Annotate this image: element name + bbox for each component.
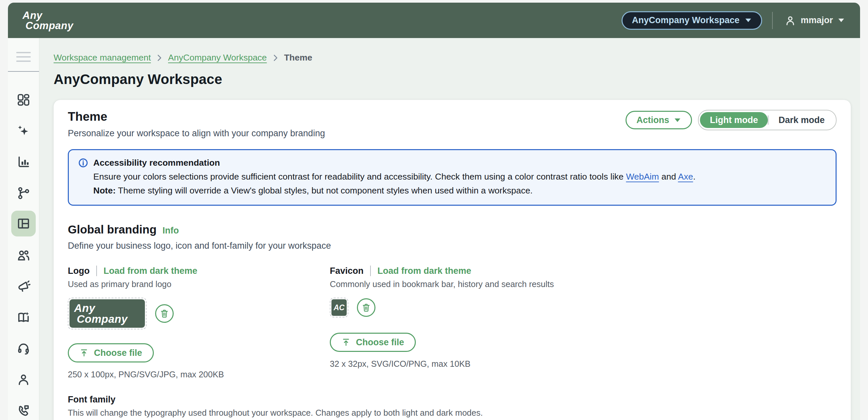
font-family-section: Font family This will change the typogra… (68, 394, 837, 420)
users-icon (17, 248, 30, 262)
actions-label: Actions (637, 115, 669, 125)
logo-label: Logo (68, 266, 90, 276)
banner-note-text: Theme styling will override a View's glo… (116, 186, 533, 195)
breadcrumb-separator-icon (156, 54, 163, 62)
theme-card: Theme Personalize your workspace to alig… (54, 100, 851, 420)
global-branding-subtitle: Define your business logo, icon and font… (68, 241, 837, 251)
banner-note-label: Note: (93, 186, 116, 195)
chevron-down-icon (674, 118, 681, 123)
breadcrumb: Workspace management AnyCompany Workspac… (54, 53, 860, 63)
info-icon (78, 158, 88, 168)
company-logo[interactable]: Any Company (23, 10, 73, 31)
accessibility-banner: Accessibility recommendation Ensure your… (68, 149, 837, 206)
dark-mode-button[interactable]: Dark mode (769, 112, 835, 128)
theme-heading: Theme (68, 110, 325, 124)
light-mode-button[interactable]: Light mode (700, 112, 768, 128)
upload-icon (80, 348, 89, 357)
favicon-choose-file-button[interactable]: Choose file (330, 333, 416, 352)
favicon-label: Favicon (330, 266, 364, 276)
sidebar (8, 38, 39, 420)
workspace-selector-label: AnyCompany Workspace (632, 15, 739, 26)
user-name: mmajor (801, 15, 833, 26)
headset-icon (17, 342, 30, 356)
actions-button[interactable]: Actions (625, 111, 692, 129)
global-branding-info-link[interactable]: Info (162, 226, 179, 236)
banner-note: Note: Theme styling will override a View… (93, 185, 826, 197)
logo-preview: Any Company (68, 298, 147, 329)
workspace-selector-button[interactable]: AnyCompany Workspace (622, 11, 762, 30)
sidebar-divider (8, 71, 39, 72)
banner-body-text: and (659, 172, 678, 182)
delete-favicon-button[interactable] (357, 298, 375, 317)
logo-description: Used as primary brand logo (68, 280, 330, 289)
app-window: Any Company AnyCompany Workspace mmajor (8, 3, 860, 420)
sidebar-item-contact[interactable] (16, 403, 31, 419)
breadcrumb-separator-icon (272, 54, 279, 62)
breadcrumb-link-workspace-management[interactable]: Workspace management (54, 53, 151, 63)
page-title: AnyCompany Workspace (54, 71, 860, 87)
logo-preview-line-2: Company (74, 314, 145, 324)
sidebar-item-support[interactable] (16, 341, 31, 356)
branch-icon (17, 186, 30, 200)
phone-chat-icon (17, 404, 30, 418)
label-divider (96, 265, 97, 276)
logo-load-from-dark-theme-link[interactable]: Load from dark theme (103, 266, 197, 276)
person-icon (17, 373, 30, 387)
sidebar-item-layout[interactable] (11, 211, 36, 236)
header-right: AnyCompany Workspace mmajor (622, 11, 847, 30)
top-header: Any Company AnyCompany Workspace mmajor (8, 3, 860, 38)
sidebar-item-profile[interactable] (16, 372, 31, 388)
logo-section: Logo Load from dark theme Used as primar… (68, 265, 330, 379)
global-branding-heading: Global branding (68, 223, 156, 236)
megaphone-icon (17, 280, 30, 293)
chevron-down-icon (838, 18, 845, 23)
sidebar-item-guide[interactable] (16, 310, 31, 325)
font-family-label: Font family (68, 394, 116, 405)
banner-body: Ensure your colors selections provide su… (93, 171, 826, 183)
logo-preview-line-1: Any (74, 302, 145, 314)
favicon-section: Favicon Load from dark theme Commonly us… (330, 265, 837, 379)
logo-constraints: 250 x 100px, PNG/SVG/JPG, max 200KB (68, 370, 330, 379)
logo-choose-file-button[interactable]: Choose file (68, 343, 154, 362)
sidebar-item-users[interactable] (16, 247, 31, 263)
sidebar-item-announcements[interactable] (16, 279, 31, 294)
favicon-load-from-dark-theme-link[interactable]: Load from dark theme (377, 266, 471, 276)
trash-icon (361, 302, 371, 313)
delete-logo-button[interactable] (155, 304, 174, 323)
header-divider (772, 12, 773, 29)
user-menu-button[interactable]: mmajor (783, 14, 847, 27)
sidebar-item-dashboard[interactable] (16, 92, 31, 108)
layout-icon (17, 217, 30, 230)
sidebar-item-assistant[interactable] (16, 123, 31, 139)
axe-link[interactable]: Axe (678, 172, 693, 182)
favicon-constraints: 32 x 32px, SVG/ICO/PNG, max 10KB (330, 359, 837, 369)
menu-toggle-button[interactable] (16, 52, 31, 62)
breadcrumb-link-workspace[interactable]: AnyCompany Workspace (168, 53, 267, 63)
main-content: Workspace management AnyCompany Workspac… (39, 38, 860, 420)
webaim-link[interactable]: WebAim (626, 172, 659, 182)
upload-icon (341, 338, 351, 347)
favicon-choose-file-label: Choose file (356, 337, 404, 348)
banner-body-text: Ensure your colors selections provide su… (93, 172, 626, 182)
favicon-preview: AC (330, 298, 348, 318)
dashboard-grid-icon (17, 93, 30, 107)
favicon-description: Commonly used in bookmark bar, history a… (330, 280, 837, 289)
favicon-preview-text: AC (334, 303, 344, 312)
chevron-down-icon (745, 18, 752, 23)
breadcrumb-current: Theme (284, 53, 312, 63)
theme-subtitle: Personalize your workspace to align with… (68, 128, 325, 138)
sidebar-item-flows[interactable] (16, 185, 31, 201)
banner-title: Accessibility recommendation (93, 157, 220, 169)
trash-icon (159, 309, 169, 319)
banner-body-text: . (693, 172, 695, 182)
logo-line-2: Company (23, 21, 73, 31)
logo-choose-file-label: Choose file (94, 348, 142, 358)
label-divider (370, 265, 371, 276)
logo-line-1: Any (23, 10, 73, 21)
sidebar-item-analytics[interactable] (16, 154, 31, 170)
bar-chart-icon (17, 155, 30, 169)
sparkle-icon (17, 124, 30, 138)
user-icon (785, 15, 796, 26)
book-sparkle-icon (17, 311, 30, 324)
mode-toggle: Light mode Dark mode (698, 110, 837, 130)
